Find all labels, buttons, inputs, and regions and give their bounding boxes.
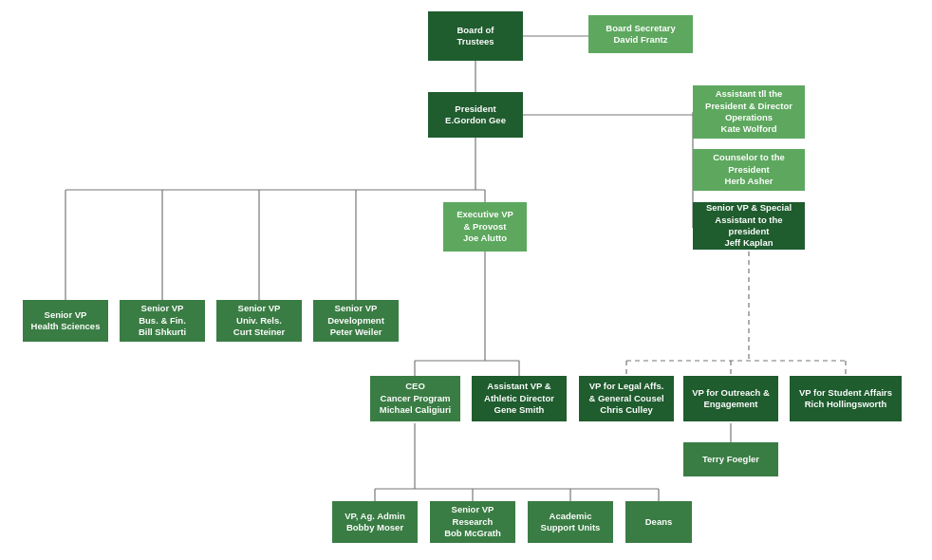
exec-vp-node: Executive VP& ProvostJoe Alutto	[443, 202, 527, 252]
asst-vp-athletic-node: Assistant VP &Athletic DirectorGene Smit…	[472, 376, 567, 421]
ceo-cancer-node: CEOCancer ProgramMichael Caligiuri	[370, 376, 460, 421]
svp-bus-node: Senior VPBus. & Fin.Bill Shkurti	[120, 300, 205, 342]
svp-health-node: Senior VPHealth Sciences	[23, 300, 108, 342]
vp-ag-node: VP, Ag. AdminBobby Moser	[332, 501, 418, 543]
asst-president-node: Assistant tll thePresident & DirectorOpe…	[693, 85, 805, 139]
deans-node: Deans	[625, 501, 692, 543]
acad-support-node: AcademicSupport Units	[528, 501, 613, 543]
connectors-svg	[0, 0, 932, 560]
terry-foegler-node: Terry Foegler	[683, 442, 778, 476]
vp-legal-node: VP for Legal Affs.& General CouselChris …	[579, 376, 674, 421]
president-node: PresidentE.Gordon Gee	[428, 92, 523, 138]
org-chart: Board ofTrustees Board SecretaryDavid Fr…	[0, 0, 932, 560]
counselor-node: Counselor to thePresidentHerb Asher	[693, 149, 805, 191]
vp-outreach-node: VP for Outreach &Engagement	[683, 376, 778, 421]
vp-student-node: VP for Student AffairsRich Hollingsworth	[790, 376, 902, 421]
svp-research-node: Senior VPResearchBob McGrath	[430, 501, 515, 543]
board-secretary-node: Board SecretaryDavid Frantz	[588, 15, 693, 53]
svp-dev-node: Senior VPDevelopmentPeter Weiler	[313, 300, 399, 342]
senior-vp-special-node: Senior VP & SpecialAssistant to the pres…	[693, 202, 805, 250]
svp-univ-node: Senior VPUniv. Rels.Curt Steiner	[216, 300, 302, 342]
board-of-trustees-node: Board ofTrustees	[428, 11, 523, 61]
